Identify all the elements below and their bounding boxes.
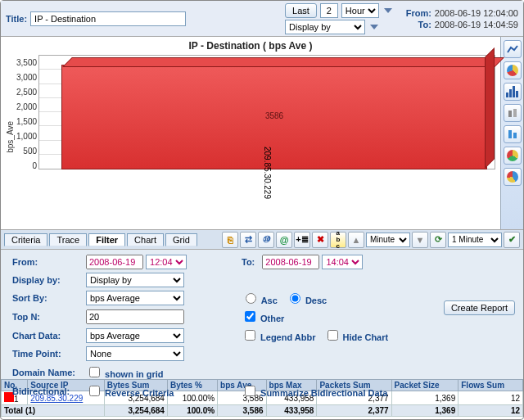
table-total-row: Total (1) 3,254,684 100.0% 3,586 433,958… [2,405,523,417]
bar-value-label: 3586 [265,111,283,120]
desc-radio[interactable]: Desc [286,291,327,305]
display-by-label: Display by: [12,275,86,285]
last-button[interactable]: Last [285,3,317,18]
line-chart-icon[interactable] [504,40,522,58]
to-time-select[interactable]: 14:04 [322,255,363,269]
toolbar-icon-4[interactable]: @ [276,232,292,248]
refresh-icon[interactable]: ⟳ [430,232,446,248]
topn-input[interactable] [86,309,184,324]
tab-chart[interactable]: Chart [127,233,164,246]
svg-rect-0 [508,111,512,117]
donut-chart-icon[interactable] [504,147,522,165]
toolbar-zoom-in-icon[interactable]: +≣ [294,232,310,248]
svg-rect-1 [513,109,517,117]
sort-by-label: Sort By: [12,293,86,303]
last-unit-select[interactable]: Hour [341,3,379,18]
title-input[interactable] [30,11,186,26]
toolbar-icon-1[interactable]: ⎘ [222,232,238,248]
create-report-button[interactable]: Create Report [444,300,515,315]
shown-in-grid-checkbox[interactable]: shown in grid [86,364,164,380]
submit-icon[interactable]: ✔ [504,232,520,248]
toolbar-icon-3[interactable]: ⑩ [258,232,274,248]
y-ticks: 3,500 3,000 2,500 2,000 1,500 1,000 500 … [16,58,37,170]
from-time-select[interactable]: 12:04 [146,255,187,269]
tab-grid[interactable]: Grid [165,233,197,246]
y-axis-label: bps_Ave [6,121,15,153]
to-label: To: [402,20,431,29]
arrow-icon [370,25,378,29]
hide-chart-checkbox[interactable]: Hide Chart [324,327,389,343]
legend-abbr-checkbox[interactable]: Legend Abbr [242,327,316,343]
time-point-label: Time Point: [12,349,86,359]
arrow-up-icon[interactable]: ▲ [348,232,364,248]
to-datetime: 2008-06-19 14:04:59 [435,20,518,29]
topn-label: Top N: [12,312,86,322]
asc-radio[interactable]: Asc [242,291,278,305]
title-label: Title: [6,14,27,24]
toolbar-highlight-icon[interactable]: abc [330,232,346,248]
x-category-label: 209.85.30.229 [263,147,272,199]
3d-pie-icon[interactable] [504,61,522,79]
last-n-input[interactable] [320,3,338,18]
sort-by-select[interactable]: bps Average [86,291,184,305]
bar-chart-icon[interactable] [504,83,522,101]
arrow-down-icon[interactable]: ▼ [412,232,428,248]
minute-short-select[interactable]: Minute [366,233,410,247]
chart-title: IP - Destination ( bps Ave ) [6,40,495,52]
stacked-bar-icon[interactable] [504,125,522,143]
from-date-input[interactable] [86,255,143,269]
display-by-select[interactable]: Display by [86,273,184,287]
domain-name-label: Domain Name: [12,368,86,377]
chart-data-label: Chart Data: [12,331,86,341]
toolbar-clear-icon[interactable]: ✖ [312,232,328,248]
chart-bar: 3586 [61,65,487,169]
from-label-form: From: [12,257,86,267]
from-label: From: [402,8,431,18]
time-point-select[interactable]: None [86,346,184,361]
reverse-checkbox[interactable]: Reverse Criteria [86,383,174,399]
minute-long-select[interactable]: 1 Minute [448,233,502,247]
from-datetime: 2008-06-19 12:04:00 [435,8,518,18]
tab-criteria[interactable]: Criteria [4,233,47,246]
to-date-input[interactable] [262,255,319,269]
pie-chart-icon[interactable] [504,168,522,186]
toolbar-icon-2[interactable]: ⇄ [240,232,256,248]
bidir-label: Bidirectional: [12,386,86,396]
tab-trace[interactable]: Trace [49,233,87,246]
display-by-select-top[interactable]: Display by [285,20,365,34]
3d-bar-icon[interactable] [504,104,522,122]
chart-data-select[interactable]: bps Average [86,328,184,343]
arrow-icon [384,8,392,13]
to-label-form: To: [242,257,255,267]
tab-filter[interactable]: Filter [88,233,125,246]
other-checkbox[interactable]: Other [242,309,284,324]
summarize-checkbox[interactable]: Summarize Bidirectional Data [242,383,387,399]
svg-rect-3 [513,133,517,138]
svg-rect-2 [508,130,512,138]
